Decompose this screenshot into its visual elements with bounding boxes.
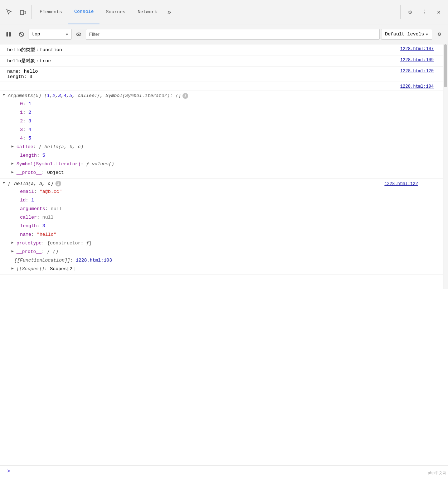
- callee-expand-toggle[interactable]: [11, 144, 16, 149]
- name-hello-text: name: hello: [7, 69, 38, 74]
- fn-location-row: [[FunctionLocation]] : 1228.html:103: [0, 256, 448, 264]
- fn-scopes-row: [[Scopes]] : Scopes[2]: [0, 264, 448, 273]
- svg-rect-1: [24, 11, 26, 14]
- arg-item-4: 4 : 5: [0, 134, 448, 142]
- console-block-button[interactable]: [16, 29, 27, 40]
- inspect-element-button[interactable]: [3, 6, 16, 19]
- console-log-row: hello的类型：function 1228.html:107: [0, 44, 448, 55]
- fn-name-row: name : "hello": [0, 230, 448, 239]
- fn-prototype-row: prototype : {constructor: ƒ}: [0, 239, 448, 247]
- tab-elements[interactable]: Elements: [34, 0, 68, 24]
- console-filter-bar: top ▾ Default levels ▾ ⚙: [0, 24, 448, 44]
- fn-email-row: email : "a@b.cc": [0, 187, 448, 196]
- arg-length-row: length : 5: [0, 151, 448, 160]
- filter-input[interactable]: [86, 29, 380, 40]
- info-badge-2: i: [55, 181, 61, 186]
- more-tabs-button[interactable]: »: [164, 6, 175, 19]
- arguments-expand-toggle[interactable]: [3, 93, 8, 98]
- more-options-button[interactable]: ⋮: [418, 6, 431, 19]
- context-selector[interactable]: top ▾: [29, 29, 72, 40]
- svg-rect-0: [20, 10, 24, 15]
- function-expand-toggle[interactable]: [3, 181, 8, 186]
- console-separator-row: 1228.html:104: [0, 82, 448, 91]
- function-block: ƒ hello(a, b, c) i 1228.html:122 email :…: [0, 179, 448, 275]
- arg-item-2: 2 : 3: [0, 117, 448, 125]
- tab-sources[interactable]: Sources: [100, 0, 131, 24]
- arg-item-3: 3 : 4: [0, 125, 448, 134]
- console-log-row-2: hello是对象：true 1228.html:109: [0, 55, 448, 67]
- svg-line-5: [20, 33, 23, 36]
- arg-symbol-row: Symbol(Symbol.iterator) : ƒ values(): [0, 160, 448, 168]
- fn-caller-row: caller : null: [0, 213, 448, 222]
- prototype-expand-toggle[interactable]: [11, 240, 16, 245]
- close-button[interactable]: ✕: [432, 6, 445, 19]
- svg-point-7: [78, 34, 79, 35]
- function-source-link[interactable]: 1228.html:122: [384, 181, 432, 186]
- scopes-expand-toggle[interactable]: [11, 266, 16, 271]
- source-link-3[interactable]: 1228.html:120: [400, 68, 448, 74]
- log-text: hello的类型：function: [7, 46, 400, 54]
- svg-rect-2: [6, 32, 8, 36]
- scrollbar-track: [443, 44, 448, 289]
- log-text-1: hello的类型：function: [7, 47, 62, 53]
- fn-length-row: length : 3: [0, 222, 448, 230]
- arguments-header-row: Arguments(5) [ 1 , 2 , 3 , 4 , 5 , calle…: [0, 92, 448, 99]
- arg-item-0: 0 : 1: [0, 99, 448, 108]
- console-play-button[interactable]: [3, 29, 14, 40]
- toolbar-right-area: ⚙ ⋮ ✕: [399, 5, 445, 19]
- console-prompt-symbol: >: [7, 468, 10, 474]
- fn-arguments-row: arguments : null: [0, 204, 448, 213]
- settings-button[interactable]: ⚙: [404, 6, 417, 19]
- console-log-row-3: name: hello length: 3 1228.html:120: [0, 67, 448, 82]
- arguments-header-text: Arguments(5) [ 1 , 2 , 3 , 4 , 5 , calle…: [8, 93, 447, 99]
- device-toggle-button[interactable]: [16, 6, 29, 19]
- dropdown-arrow-icon: ▾: [425, 31, 428, 37]
- toolbar-separator: [31, 5, 32, 19]
- devtools-toolbar: Elements Console Sources Network » ⚙ ⋮ ✕: [0, 0, 448, 24]
- toolbar-separator-2: [400, 5, 401, 19]
- console-input[interactable]: [13, 469, 441, 474]
- arguments-block: Arguments(5) [ 1 , 2 , 3 , 4 , 5 , calle…: [0, 91, 448, 179]
- tab-console[interactable]: Console: [68, 0, 99, 24]
- tab-network[interactable]: Network: [132, 0, 163, 24]
- eye-icon-button[interactable]: [73, 29, 84, 40]
- proto2-expand-toggle[interactable]: [11, 249, 16, 254]
- arg-callee-row: callee : ƒ hello(a, b, c): [0, 142, 448, 151]
- length-3-text: length: 3: [7, 74, 32, 79]
- default-levels-button[interactable]: Default levels ▾: [381, 29, 432, 40]
- info-badge-1: i: [182, 93, 188, 99]
- filter-settings-button[interactable]: ⚙: [434, 29, 445, 40]
- fn-location-link[interactable]: 1228.html:103: [76, 258, 112, 263]
- scrollbar-thumb[interactable]: [444, 44, 447, 87]
- log-text-2-content: hello是对象：true: [7, 58, 51, 64]
- symbol-expand-toggle[interactable]: [11, 161, 16, 166]
- fn-id-row: id : 1: [0, 196, 448, 204]
- arg-item-1: 1 : 2: [0, 108, 448, 117]
- log-text-3: name: hello length: 3: [7, 68, 400, 80]
- svg-rect-3: [9, 32, 11, 36]
- function-header-text: ƒ hello(a, b, c) i: [8, 181, 384, 186]
- source-link-4[interactable]: 1228.html:104: [400, 83, 448, 89]
- proto-expand-toggle[interactable]: [11, 170, 16, 175]
- source-link-1[interactable]: 1228.html:107: [400, 46, 448, 52]
- log-text-2: hello是对象：true: [7, 57, 400, 65]
- function-header-row: ƒ hello(a, b, c) i 1228.html:122: [0, 180, 448, 187]
- console-output: hello的类型：function 1228.html:107 hello是对象…: [0, 44, 448, 289]
- source-link-2[interactable]: 1228.html:109: [400, 57, 448, 63]
- watermark: php中文网: [428, 470, 447, 476]
- console-input-area: >: [0, 465, 448, 477]
- arg-proto-row: __proto__ : Object: [0, 168, 448, 177]
- fn-proto2-row: __proto__ : ƒ (): [0, 247, 448, 256]
- context-dropdown-icon: ▾: [65, 31, 68, 37]
